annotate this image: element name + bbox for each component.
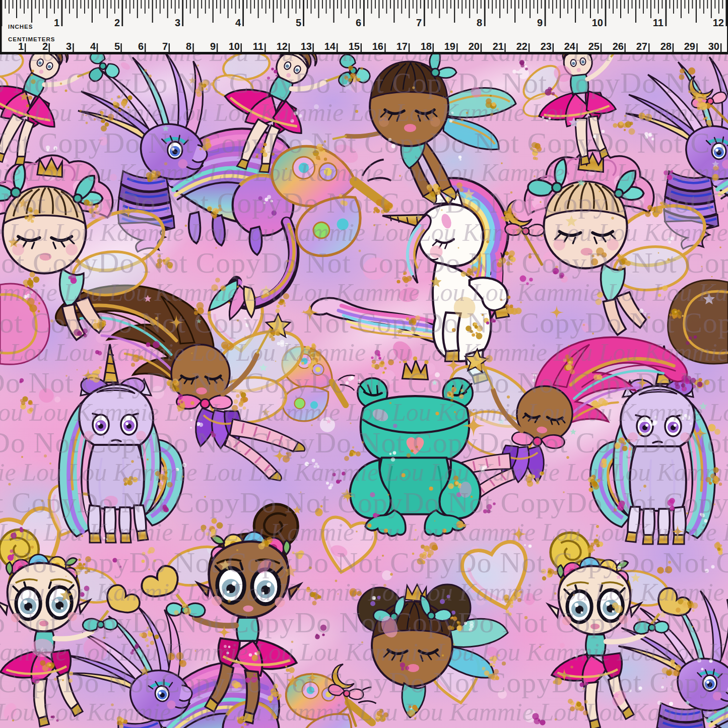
- svg-text:3: 3: [66, 41, 72, 52]
- svg-text:11: 11: [253, 41, 263, 52]
- svg-text:Do Not CopyDo Not CopyDo Not C: Do Not CopyDo Not CopyDo Not CopyDo Not …: [0, 67, 728, 99]
- svg-text:19: 19: [444, 41, 455, 52]
- svg-text:Kammie Lou Lou Kammie Lou Lou: Kammie Lou Lou Kammie Lou Lou Kammie Lou…: [0, 458, 728, 486]
- svg-text:5: 5: [296, 17, 301, 28]
- svg-text:29: 29: [684, 41, 695, 52]
- svg-text:12: 12: [277, 41, 288, 52]
- svg-text:Do Not CopyDo Not CopyDo Not C: Do Not CopyDo Not CopyDo Not CopyDo Not …: [0, 546, 728, 579]
- svg-text:Kammie Lou Lou Kammie Lou Lou: Kammie Lou Lou Kammie Lou Lou Kammie Lou…: [0, 578, 728, 606]
- svg-text:Kammie Lou Lou Kammie Lou Lou: Kammie Lou Lou Kammie Lou Lou Kammie Lou…: [0, 398, 728, 426]
- svg-text:2: 2: [42, 41, 48, 52]
- svg-text:5: 5: [114, 41, 120, 52]
- svg-text:1: 1: [18, 41, 24, 52]
- svg-text:9: 9: [210, 41, 216, 52]
- svg-text:Do Not CopyDo Not CopyDo Not C: Do Not CopyDo Not CopyDo Not CopyDo Not …: [0, 366, 728, 399]
- svg-text:6: 6: [138, 41, 144, 52]
- svg-text:17: 17: [396, 41, 408, 52]
- svg-text:1: 1: [54, 17, 59, 28]
- svg-text:3: 3: [175, 17, 180, 28]
- svg-text:24: 24: [564, 41, 576, 52]
- svg-text:Kammie Lou Lou Kammie Lou Lou: Kammie Lou Lou Kammie Lou Lou Kammie Lou…: [0, 698, 728, 726]
- svg-text:8: 8: [477, 17, 482, 28]
- svg-text:16: 16: [372, 41, 383, 52]
- svg-text:8: 8: [186, 41, 191, 52]
- svg-text:Kammie Lou Lou Kammie Lou Lou: Kammie Lou Lou Kammie Lou Lou Kammie Lou…: [0, 638, 728, 666]
- svg-text:15: 15: [349, 41, 360, 52]
- svg-text:22: 22: [516, 41, 527, 52]
- svg-text:4: 4: [90, 41, 96, 52]
- svg-text:26: 26: [613, 41, 624, 52]
- svg-text:Kammie Lou Lou Kammie Lou Lou: Kammie Lou Lou Kammie Lou Lou Kammie Lou…: [0, 218, 728, 246]
- svg-text:Kammie Lou Lou Kammie Lou Lou: Kammie Lou Lou Kammie Lou Lou Kammie Lou…: [0, 518, 728, 546]
- svg-text:Do Not CopyDo Not CopyDo Not C: Do Not CopyDo Not CopyDo Not CopyDo Not …: [0, 666, 728, 699]
- svg-text:18: 18: [421, 41, 432, 52]
- svg-text:Kammie Lou Lou Kammie Lou Lou: Kammie Lou Lou Kammie Lou Lou Kammie Lou…: [0, 158, 728, 186]
- svg-text:Do Not CopyDo Not CopyDo Not C: Do Not CopyDo Not CopyDo Not CopyDo Not …: [0, 126, 728, 159]
- svg-text:10: 10: [229, 41, 240, 52]
- svg-text:27: 27: [636, 41, 647, 52]
- svg-text:7: 7: [416, 17, 422, 28]
- svg-text:11: 11: [653, 17, 664, 28]
- svg-text:4: 4: [235, 17, 241, 28]
- svg-text:Do Not CopyDo Not CopyDo Not C: Do Not CopyDo Not CopyDo Not CopyDo Not …: [0, 246, 728, 279]
- svg-text:7: 7: [162, 41, 168, 52]
- svg-text:Do Not CopyDo Not CopyDo Not C: Do Not CopyDo Not CopyDo Not CopyDo Not …: [0, 426, 728, 459]
- svg-text:23: 23: [541, 41, 552, 52]
- svg-text:Do Not CopyDo Not CopyDo Not C: Do Not CopyDo Not CopyDo Not CopyDo Not …: [0, 486, 728, 519]
- svg-text:21: 21: [493, 41, 504, 52]
- svg-text:CENTIMETERS: CENTIMETERS: [8, 36, 55, 42]
- svg-text:10: 10: [592, 17, 603, 28]
- svg-text:Kammie Lou Lou Kammie Lou Lou: Kammie Lou Lou Kammie Lou Lou Kammie Lou…: [0, 338, 728, 366]
- svg-text:2: 2: [114, 17, 120, 28]
- svg-text:Kammie Lou Lou Kammie Lou Lou: Kammie Lou Lou Kammie Lou Lou Kammie Lou…: [0, 98, 728, 126]
- svg-text:13: 13: [301, 41, 312, 52]
- svg-text:20: 20: [469, 41, 480, 52]
- svg-text:14: 14: [324, 41, 336, 52]
- svg-text:Kammie Lou Lou Kammie Lou Lou: Kammie Lou Lou Kammie Lou Lou Kammie Lou…: [0, 278, 728, 306]
- svg-text:30: 30: [708, 41, 719, 52]
- svg-text:25: 25: [588, 41, 600, 52]
- svg-text:12: 12: [713, 17, 724, 28]
- svg-text:Do Not CopyDo Not CopyDo Not C: Do Not CopyDo Not CopyDo Not CopyDo Not …: [0, 606, 728, 639]
- svg-text:6: 6: [356, 17, 361, 28]
- svg-text:Do Not CopyDo Not CopyDo Not C: Do Not CopyDo Not CopyDo Not CopyDo Not …: [0, 186, 728, 219]
- svg-text:28: 28: [660, 41, 672, 52]
- svg-text:INCHES: INCHES: [8, 24, 33, 30]
- svg-text:9: 9: [537, 17, 543, 28]
- svg-text:Do Not CopyDo Not CopyDo Not C: Do Not CopyDo Not CopyDo Not CopyDo Not …: [0, 306, 728, 339]
